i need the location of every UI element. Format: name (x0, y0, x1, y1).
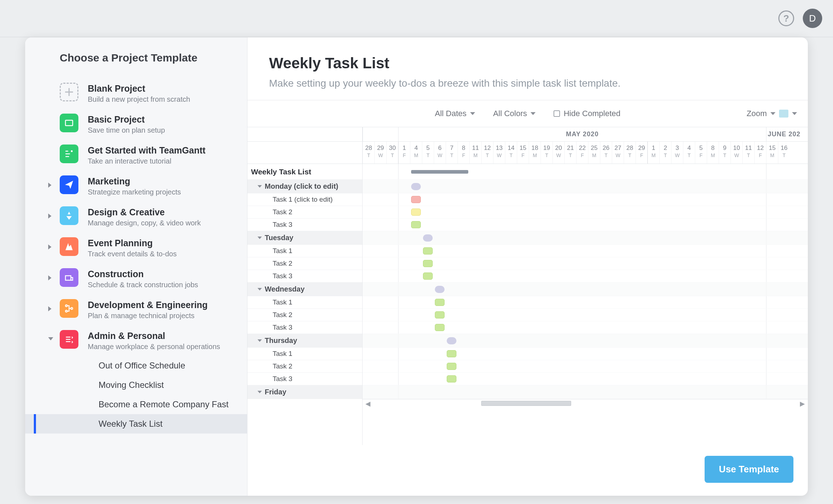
use-template-button[interactable]: Use Template (705, 456, 793, 483)
hide-completed-label: Hide Completed (564, 109, 620, 118)
gantt-row-label[interactable]: Task 1 (247, 348, 362, 360)
gantt-bar[interactable] (447, 337, 456, 344)
template-category-marketing[interactable]: MarketingStrategize marketing projects (25, 170, 247, 201)
gantt-row-label[interactable]: Task 2 (247, 257, 362, 270)
template-category-admin[interactable]: Admin & PersonalManage workplace & perso… (25, 325, 247, 356)
gantt-row (363, 360, 808, 373)
avatar[interactable]: D (803, 9, 822, 28)
template-category-construction[interactable]: ConstructionSchedule & track constructio… (25, 263, 247, 294)
gantt-bar[interactable] (423, 260, 433, 267)
chevron-down-icon (792, 112, 797, 115)
timeline-day: 1F (398, 142, 410, 164)
all-colors-filter[interactable]: All Colors (493, 109, 536, 118)
template-main: Weekly Task List Make setting up your we… (247, 37, 808, 496)
gantt-bar[interactable] (423, 247, 433, 255)
gantt-bar[interactable] (411, 221, 421, 228)
gantt-controls: All Dates All Colors Hide Completed Zoom (247, 100, 808, 127)
basic-icon (60, 114, 78, 132)
sub-template-item[interactable]: Weekly Task List (25, 414, 247, 434)
gantt-row (363, 321, 808, 334)
gantt-bar[interactable] (423, 234, 433, 242)
gantt-bar[interactable] (447, 363, 456, 370)
timeline-day: 12F (754, 142, 766, 164)
gantt-row-label[interactable]: Monday (click to edit) (247, 180, 362, 193)
template-category-design[interactable]: Design & CreativeManage design, copy, & … (25, 201, 247, 232)
gantt-row-label[interactable]: Weekly Task List (247, 164, 362, 180)
sidebar-title: Choose a Project Template (25, 52, 247, 78)
template-category-basic[interactable]: Basic ProjectSave time on plan setup (25, 109, 247, 139)
gantt-row-label[interactable]: Task 1 (247, 245, 362, 257)
template-category-blank[interactable]: Blank ProjectBuild a new project from sc… (25, 78, 247, 109)
chevron-down-icon (770, 112, 775, 115)
horizontal-scrollbar[interactable]: ◀ ▶ (363, 399, 808, 408)
gantt-timeline[interactable]: MAY 2020JUNE 202 28T29W30T1F4M5T6W7T8F11… (363, 127, 808, 445)
gantt-row-label[interactable]: Wednesday (247, 283, 362, 296)
gantt-row-label[interactable]: Task 3 (247, 373, 362, 385)
template-name: Blank Project (88, 83, 190, 94)
timeline-month (363, 127, 398, 141)
construction-icon (60, 268, 78, 287)
gantt-row-label[interactable]: Task 2 (247, 360, 362, 373)
gantt-bar[interactable] (447, 375, 456, 382)
modal-footer: Use Template (247, 445, 808, 496)
gantt-bar[interactable] (435, 299, 445, 306)
gantt-row (363, 283, 808, 296)
gantt-bar[interactable] (411, 196, 421, 203)
gantt-bar[interactable] (411, 183, 421, 190)
template-title: Weekly Task List (269, 55, 786, 72)
template-name: Basic Project (88, 114, 165, 125)
template-name: Admin & Personal (88, 331, 220, 341)
svg-point-4 (65, 310, 67, 312)
template-name: Get Started with TeamGantt (88, 145, 205, 156)
sub-template-item[interactable]: Become a Remote Company Fast (25, 395, 247, 414)
gantt-row (363, 219, 808, 231)
scroll-right-icon[interactable]: ▶ (800, 400, 805, 408)
timeline-day: 2T (659, 142, 671, 164)
template-category-dev[interactable]: Development & EngineeringPlan & manage t… (25, 294, 247, 325)
gantt-bar[interactable] (411, 209, 421, 216)
gantt-row-label[interactable]: Task 3 (247, 321, 362, 334)
gantt-row-label[interactable]: Tuesday (247, 231, 362, 245)
gantt-row-label[interactable]: Friday (247, 385, 362, 399)
scroll-left-icon[interactable]: ◀ (365, 400, 370, 408)
gantt-bar[interactable] (447, 350, 456, 357)
chevron-down-icon (531, 112, 536, 115)
gantt-row-label[interactable]: Task 2 (247, 206, 362, 219)
gantt-row-label[interactable]: Task 2 (247, 309, 362, 321)
timeline-day: 19T (541, 142, 552, 164)
blank-icon (60, 83, 78, 101)
timeline-month: MAY 2020 (398, 127, 766, 141)
scrollbar-thumb[interactable] (481, 401, 571, 406)
hide-completed-toggle[interactable]: Hide Completed (554, 109, 620, 118)
gantt-bar[interactable] (423, 272, 433, 280)
gantt-bar[interactable] (435, 324, 445, 331)
gantt-task-list: Weekly Task ListMonday (click to edit)Ta… (247, 127, 363, 445)
gantt-bar[interactable] (435, 311, 445, 319)
zoom-control[interactable]: Zoom (747, 109, 797, 118)
timeline-day: 27W (612, 142, 624, 164)
gantt-row-label[interactable]: Task 1 (247, 296, 362, 309)
timeline-day: 20W (552, 142, 564, 164)
timeline-day: 11T (742, 142, 754, 164)
template-name: Design & Creative (88, 207, 201, 217)
sub-template-item[interactable]: Moving Checklist (25, 375, 247, 395)
gantt-bar[interactable] (411, 170, 468, 174)
gantt-row (363, 270, 808, 283)
gantt-row-label[interactable]: Task 3 (247, 219, 362, 231)
marketing-icon (60, 175, 78, 194)
caret-right-icon (48, 214, 51, 219)
template-sidebar: Choose a Project Template Blank ProjectB… (25, 37, 247, 496)
gantt-row-label[interactable]: Task 3 (247, 270, 362, 283)
gantt-bar[interactable] (435, 286, 445, 293)
gantt-row-label[interactable]: Thursday (247, 334, 362, 348)
caret-down-icon (48, 337, 53, 340)
template-name: Construction (88, 269, 198, 279)
timeline-day: 30T (386, 142, 398, 164)
design-icon (60, 206, 78, 225)
all-dates-filter[interactable]: All Dates (435, 109, 475, 118)
template-category-event[interactable]: Event PlanningTrack event details & to-d… (25, 232, 247, 263)
sub-template-item[interactable]: Out of Office Schedule (25, 356, 247, 375)
help-icon[interactable]: ? (778, 10, 794, 26)
template-category-getstarted[interactable]: Get Started with TeamGanttTake an intera… (25, 139, 247, 170)
gantt-row-label[interactable]: Task 1 (click to edit) (247, 193, 362, 206)
